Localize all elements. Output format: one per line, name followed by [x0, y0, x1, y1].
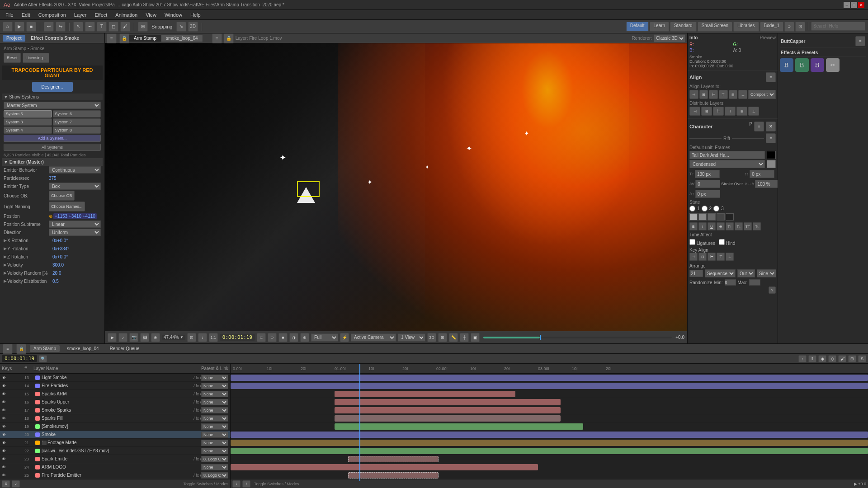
- eye-icon-21[interactable]: 👁: [2, 441, 6, 445]
- track-bar-18[interactable]: [335, 415, 561, 422]
- menu-edit[interactable]: Edit: [18, 11, 34, 19]
- redo-btn[interactable]: ↪: [56, 22, 66, 32]
- rift-menu[interactable]: ≡: [766, 133, 776, 143]
- designer-btn[interactable]: Designer...: [32, 82, 73, 92]
- layer-solo-btn[interactable]: S: [2, 480, 10, 488]
- layer-panel-btn[interactable]: ≡: [212, 33, 222, 43]
- play-btn[interactable]: ▶: [14, 22, 24, 32]
- dist-left-btn[interactable]: ⊣: [689, 107, 700, 116]
- show-systems-header[interactable]: ▼ Show Systems: [2, 94, 103, 100]
- layer-row-25[interactable]: 👁 25 Fire Particle Emitter / fx / 8. Log…: [0, 471, 230, 479]
- allcaps-btn[interactable]: TT: [744, 222, 752, 230]
- set-in-btn[interactable]: ⊂: [257, 333, 266, 342]
- 3d-btn[interactable]: 3D: [188, 22, 198, 32]
- tc-paint-btn[interactable]: 🖌: [838, 355, 846, 362]
- tc-search-btn[interactable]: 🔍: [39, 355, 47, 362]
- comp-lock-btn[interactable]: 🔒: [119, 33, 129, 43]
- layer-row-23[interactable]: 👁 23 Spark Emitter / fx / 8. Logo Contr: [0, 455, 230, 463]
- align-to-select[interactable]: Composit Selection: [748, 90, 776, 99]
- track-bar-19[interactable]: [335, 423, 583, 430]
- track-bar-14[interactable]: [231, 383, 868, 389]
- snapping-btn[interactable]: ⊞: [138, 22, 148, 32]
- track-bar-20[interactable]: [231, 432, 868, 438]
- parent-select-18[interactable]: None: [201, 415, 228, 422]
- home-btn[interactable]: ⌂: [3, 22, 13, 32]
- randomize-help-btn[interactable]: ?: [769, 286, 776, 294]
- align-center-h-btn[interactable]: ⊞: [699, 90, 708, 99]
- layer-row-17[interactable]: 👁 17 Smoke Sparks / fx / None: [0, 406, 230, 414]
- grid-btn[interactable]: ⊞: [438, 333, 447, 342]
- comp-panel-menu[interactable]: ≡: [107, 33, 117, 43]
- parent-select-23[interactable]: 8. Logo Contr: [201, 456, 228, 462]
- layer-row-22[interactable]: 👁 22 [car-wi...eisundet-GSTZEY8.mov] Non…: [0, 447, 230, 455]
- eye-icon-16[interactable]: 👁: [2, 400, 6, 404]
- tc-comp-marker-btn[interactable]: ◇: [828, 355, 836, 362]
- eye-icon-23[interactable]: 👁: [2, 457, 6, 461]
- menu-help[interactable]: Help: [187, 11, 204, 19]
- eye-icon-22[interactable]: 👁: [2, 449, 6, 453]
- layer-row-21[interactable]: 👁 21 ⬛ Footage Matte None: [0, 439, 230, 447]
- align-bottom-btn[interactable]: ⊥: [738, 90, 747, 99]
- track-bar-23[interactable]: [348, 456, 439, 462]
- track-bar-21[interactable]: [231, 440, 868, 446]
- preview-tab[interactable]: Preview: [760, 35, 776, 40]
- velocity-random-value[interactable]: 20.0: [52, 271, 101, 276]
- arrange-value[interactable]: [689, 270, 703, 277]
- track-bar-24[interactable]: [231, 464, 538, 470]
- master-system-select[interactable]: Master System: [4, 102, 101, 109]
- quality-select[interactable]: Full Half Quarter: [311, 333, 338, 342]
- track-bar-17[interactable]: [335, 407, 561, 413]
- hind-checkbox[interactable]: [719, 239, 725, 245]
- pen-tool[interactable]: ✒: [85, 22, 95, 32]
- baseline-input[interactable]: [695, 190, 720, 198]
- buttcapper-icon-1[interactable]: Ƀ: [780, 58, 793, 72]
- align-panel-menu[interactable]: ≡: [766, 72, 776, 82]
- dist-top-btn[interactable]: ⊤: [725, 107, 736, 116]
- emitter-type-select[interactable]: Box: [49, 183, 101, 190]
- fast-preview-btn[interactable]: ⚡: [340, 333, 349, 342]
- italic-btn[interactable]: I: [698, 222, 707, 230]
- tc-snap-btn[interactable]: ⊞: [848, 355, 856, 362]
- snapshot-btn[interactable]: 📷: [129, 333, 138, 342]
- state-radio-2[interactable]: [702, 206, 708, 211]
- emitter-master-header[interactable]: ▼ Emitter (Master): [2, 158, 103, 166]
- show-snapshot-btn[interactable]: 🖼: [140, 333, 149, 342]
- tc-solo-btn[interactable]: S: [858, 355, 866, 362]
- dist-center-h-btn[interactable]: ⊞: [701, 107, 712, 116]
- zoom-dropdown-icon[interactable]: ▼: [180, 335, 184, 339]
- buttcapper-icon-3[interactable]: Ƀ: [811, 58, 824, 72]
- choose-ob-btn[interactable]: Choose OB: [49, 191, 75, 201]
- parent-select-19[interactable]: None: [201, 423, 228, 430]
- system-4-btn[interactable]: System 4: [4, 127, 52, 134]
- track-bar-15[interactable]: [335, 391, 515, 397]
- eye-icon-15[interactable]: 👁: [2, 392, 6, 396]
- char-panel-close[interactable]: ✕: [766, 122, 776, 131]
- timeline-lock[interactable]: 🔒: [16, 344, 26, 354]
- menu-file[interactable]: File: [2, 11, 17, 19]
- system-8-btn[interactable]: System 8: [53, 127, 101, 134]
- text-tool[interactable]: T: [97, 22, 107, 32]
- arrange-ease[interactable]: Sine: [757, 269, 776, 277]
- arrange-select[interactable]: Sequence: [705, 269, 736, 277]
- parent-select-20[interactable]: None: [201, 432, 228, 438]
- fit-comp-btn[interactable]: ⊡: [187, 333, 196, 342]
- layer-row-15[interactable]: 👁 15 Sparks ARM / fx / None: [0, 390, 230, 398]
- color-swatch-1[interactable]: [689, 213, 698, 221]
- align-right-btn[interactable]: ⊢: [709, 90, 718, 99]
- renderer-select[interactable]: Classic 3D: [654, 34, 685, 42]
- workspace-layout[interactable]: ⊡: [795, 22, 805, 32]
- direction-select[interactable]: Uniform: [49, 229, 101, 236]
- font-size-input[interactable]: [695, 170, 720, 178]
- select-tool[interactable]: ↖: [73, 22, 83, 32]
- state-radio-1[interactable]: [689, 206, 695, 211]
- brush-tool[interactable]: 🖌: [120, 22, 130, 32]
- workspace-standard[interactable]: Standard: [670, 22, 697, 32]
- workspace-learn[interactable]: Learn: [650, 22, 670, 32]
- shape-tool[interactable]: ◻: [108, 22, 118, 32]
- state-radio-3[interactable]: [713, 206, 719, 211]
- add-system-btn[interactable]: Add a System...: [4, 135, 101, 142]
- tc-extract-btn[interactable]: ⇑: [808, 355, 816, 362]
- guides-btn[interactable]: ┼: [460, 333, 469, 342]
- char-paragraph-tab[interactable]: P: [749, 122, 752, 131]
- align-key-1-btn[interactable]: ⊣: [689, 253, 698, 261]
